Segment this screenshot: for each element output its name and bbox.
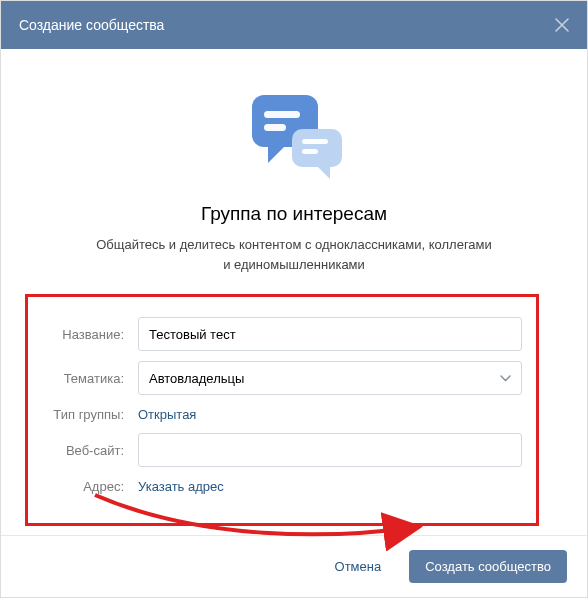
label-group-type: Тип группы: bbox=[42, 407, 138, 422]
topic-select[interactable]: Автовладельцы bbox=[138, 361, 522, 395]
svg-rect-4 bbox=[302, 139, 328, 144]
modal-content: Группа по интересам Общайтесь и делитесь… bbox=[1, 49, 587, 535]
create-community-modal: Создание сообщества Гр bbox=[0, 0, 588, 598]
label-address: Адрес: bbox=[42, 479, 138, 494]
group-type-link[interactable]: Открытая bbox=[138, 407, 196, 422]
label-topic: Тематика: bbox=[42, 371, 138, 386]
row-address: Адрес: Указать адрес bbox=[42, 477, 522, 495]
address-link[interactable]: Указать адрес bbox=[138, 479, 224, 494]
row-topic: Тематика: Автовладельцы bbox=[42, 361, 522, 395]
row-name: Название: bbox=[42, 317, 522, 351]
topic-select-value: Автовладельцы bbox=[149, 371, 244, 386]
page-heading: Группа по интересам bbox=[25, 203, 563, 225]
chevron-down-icon bbox=[500, 371, 511, 385]
modal-title: Создание сообщества bbox=[19, 17, 164, 33]
svg-rect-5 bbox=[302, 149, 318, 154]
website-input[interactable] bbox=[138, 433, 522, 467]
label-website: Веб-сайт: bbox=[42, 443, 138, 458]
row-group-type: Тип группы: Открытая bbox=[42, 405, 522, 423]
label-name: Название: bbox=[42, 327, 138, 342]
name-input[interactable] bbox=[138, 317, 522, 351]
svg-rect-2 bbox=[264, 124, 286, 131]
svg-rect-3 bbox=[292, 129, 342, 167]
close-icon[interactable] bbox=[555, 15, 569, 35]
modal-footer: Отмена Создать сообщество bbox=[1, 535, 587, 597]
modal-header: Создание сообщества bbox=[1, 1, 587, 49]
form-highlight-box: Название: Тематика: Автовладельцы bbox=[25, 294, 539, 526]
cancel-button[interactable]: Отмена bbox=[321, 551, 396, 582]
svg-rect-1 bbox=[264, 111, 300, 118]
chat-bubbles-icon bbox=[25, 89, 563, 185]
page-subheading: Общайтесь и делитесь контентом с однокла… bbox=[94, 235, 494, 274]
create-community-button[interactable]: Создать сообщество bbox=[409, 550, 567, 583]
row-website: Веб-сайт: bbox=[42, 433, 522, 467]
